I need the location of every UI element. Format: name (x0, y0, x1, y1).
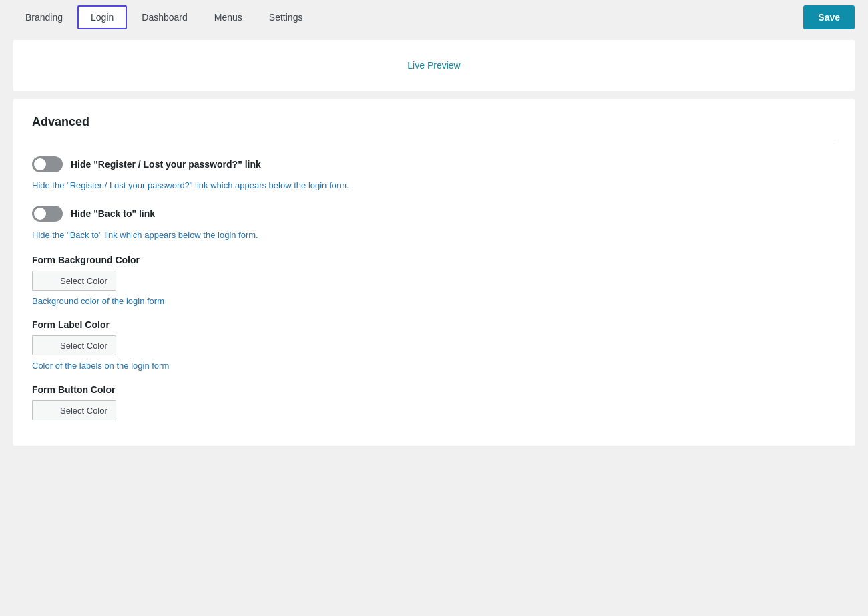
hide-back-to-row: Hide "Back to" link (32, 206, 836, 222)
form-button-color-button[interactable]: Select Color (52, 400, 116, 420)
hide-back-to-slider (32, 206, 63, 222)
tab-settings[interactable]: Settings (257, 7, 315, 28)
form-background-color-button[interactable]: Select Color (52, 271, 116, 291)
tab-menus[interactable]: Menus (202, 7, 254, 28)
advanced-section: Advanced Hide "Register / Lost your pass… (13, 99, 855, 446)
tab-dashboard[interactable]: Dashboard (130, 7, 200, 28)
hide-back-to-toggle[interactable] (32, 206, 63, 222)
hide-back-to-label: Hide "Back to" link (71, 208, 155, 219)
save-button[interactable]: Save (803, 5, 855, 29)
section-title: Advanced (32, 115, 836, 140)
form-label-color-picker: Select Color (32, 335, 836, 355)
tab-login[interactable]: Login (77, 5, 127, 29)
form-label-color-label: Form Label Color (32, 319, 836, 330)
form-label-color-description: Color of the labels on the login form (32, 361, 836, 371)
form-button-color-picker: Select Color (32, 400, 836, 420)
form-label-color-swatch[interactable] (32, 335, 52, 355)
form-background-color-swatch[interactable] (32, 271, 52, 291)
top-navigation: Branding Login Dashboard Menus Settings … (0, 0, 868, 35)
form-background-color-description: Background color of the login form (32, 296, 836, 306)
hide-back-to-description: Hide the "Back to" link which appears be… (32, 228, 836, 242)
hide-register-description: Hide the "Register / Lost your password?… (32, 179, 836, 192)
form-background-color-label: Form Background Color (32, 255, 836, 265)
hide-register-label: Hide "Register / Lost your password?" li… (71, 159, 261, 170)
hide-register-row: Hide "Register / Lost your password?" li… (32, 156, 836, 172)
hide-register-slider (32, 156, 63, 172)
nav-tabs: Branding Login Dashboard Menus Settings (13, 5, 314, 29)
live-preview-link[interactable]: Live Preview (407, 60, 460, 71)
form-label-color-button[interactable]: Select Color (52, 335, 116, 355)
form-button-color-swatch[interactable] (32, 400, 52, 420)
tab-branding[interactable]: Branding (13, 7, 75, 28)
hide-register-toggle[interactable] (32, 156, 63, 172)
live-preview-section: Live Preview (13, 40, 855, 91)
form-background-color-picker: Select Color (32, 271, 836, 291)
form-button-color-label: Form Button Color (32, 384, 836, 395)
